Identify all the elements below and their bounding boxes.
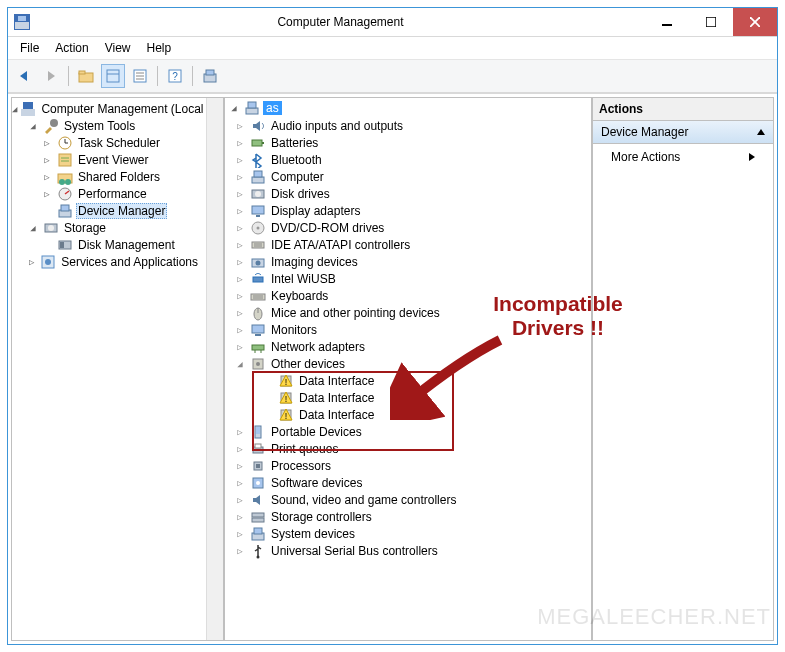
collapse-icon[interactable]: ◢ <box>233 359 247 369</box>
collapse-icon[interactable]: ◢ <box>12 104 17 114</box>
help-button[interactable]: ? <box>163 64 187 88</box>
tree-device-manager[interactable]: Device Manager <box>12 202 206 219</box>
collapse-icon[interactable]: ◢ <box>26 223 40 233</box>
menu-view[interactable]: View <box>97 39 139 57</box>
device-category[interactable]: ▷Bluetooth <box>225 151 591 168</box>
expand-icon[interactable]: ▷ <box>233 223 247 233</box>
expand-icon[interactable]: ▷ <box>233 155 247 165</box>
expand-icon[interactable]: ▷ <box>233 172 247 182</box>
expand-icon[interactable]: ▷ <box>233 257 247 267</box>
device-label: Print queues <box>269 442 340 456</box>
device-item-warning[interactable]: !Data Interface <box>225 406 591 423</box>
details-button[interactable] <box>128 64 152 88</box>
scan-button[interactable] <box>198 64 222 88</box>
svg-rect-58 <box>253 277 263 282</box>
tree-shared-folders[interactable]: ▷ Shared Folders <box>12 168 206 185</box>
expand-icon[interactable]: ▷ <box>233 121 247 131</box>
expand-icon[interactable]: ▷ <box>233 461 247 471</box>
tree-performance[interactable]: ▷ Performance <box>12 185 206 202</box>
folder-up-button[interactable] <box>74 64 98 88</box>
mgmt-tree[interactable]: ◢ Computer Management (Local ◢ System To… <box>12 98 206 640</box>
device-category[interactable]: ▷Portable Devices <box>225 423 591 440</box>
expand-icon[interactable]: ▷ <box>40 172 54 182</box>
menu-file[interactable]: File <box>12 39 47 57</box>
expand-icon[interactable]: ▷ <box>233 138 247 148</box>
device-tree-root[interactable]: ◢ as <box>225 99 591 117</box>
device-category[interactable]: ▷Storage controllers <box>225 508 591 525</box>
device-category[interactable]: ▷Imaging devices <box>225 253 591 270</box>
device-category[interactable]: ▷Keyboards <box>225 287 591 304</box>
expand-icon[interactable]: ▷ <box>233 512 247 522</box>
device-tree[interactable]: ◢ as ▷Audio inputs and outputs▷Batteries… <box>225 98 591 640</box>
device-category[interactable]: ▷Audio inputs and outputs <box>225 117 591 134</box>
expand-icon[interactable]: ▷ <box>233 325 247 335</box>
actions-section[interactable]: Device Manager <box>593 121 773 144</box>
collapse-icon[interactable]: ◢ <box>227 103 241 113</box>
expand-icon[interactable]: ▷ <box>233 427 247 437</box>
device-category[interactable]: ▷IDE ATA/ATAPI controllers <box>225 236 591 253</box>
titlebar[interactable]: Computer Management <box>8 8 777 37</box>
svg-rect-9 <box>107 70 119 82</box>
menu-action[interactable]: Action <box>47 39 96 57</box>
expand-icon[interactable]: ▷ <box>233 529 247 539</box>
device-category[interactable]: ▷Universal Serial Bus controllers <box>225 542 591 559</box>
device-category[interactable]: ▷Network adapters <box>225 338 591 355</box>
menu-help[interactable]: Help <box>139 39 180 57</box>
device-category[interactable]: ▷DVD/CD-ROM drives <box>225 219 591 236</box>
expand-icon[interactable]: ▷ <box>233 206 247 216</box>
tree-task-scheduler[interactable]: ▷ Task Scheduler <box>12 134 206 151</box>
tree-storage[interactable]: ◢ Storage <box>12 219 206 236</box>
scrollbar[interactable] <box>206 98 223 640</box>
expand-icon[interactable]: ▷ <box>40 138 54 148</box>
expand-icon[interactable]: ▷ <box>233 308 247 318</box>
device-category[interactable]: ▷Mice and other pointing devices <box>225 304 591 321</box>
device-category[interactable]: ▷Sound, video and game controllers <box>225 491 591 508</box>
device-item-warning[interactable]: !Data Interface <box>225 372 591 389</box>
minimize-button[interactable] <box>645 8 689 36</box>
expand-icon[interactable]: ▷ <box>233 546 247 556</box>
device-category[interactable]: ▷System devices <box>225 525 591 542</box>
maximize-button[interactable] <box>689 8 733 36</box>
expand-icon[interactable]: ▷ <box>40 189 54 199</box>
device-category[interactable]: ▷Intel WiUSB <box>225 270 591 287</box>
expand-icon[interactable]: ▷ <box>40 155 54 165</box>
event-icon <box>57 152 73 168</box>
tree-root[interactable]: ◢ Computer Management (Local <box>12 100 206 117</box>
device-category[interactable]: ▷Processors <box>225 457 591 474</box>
expand-icon[interactable]: ▷ <box>233 240 247 250</box>
device-category[interactable]: ▷Batteries <box>225 134 591 151</box>
expand-icon[interactable]: ▷ <box>26 257 37 267</box>
actions-item-more[interactable]: More Actions <box>593 144 773 170</box>
back-button[interactable] <box>12 64 36 88</box>
properties-button[interactable] <box>101 64 125 88</box>
portable-icon <box>250 424 266 440</box>
tree-disk-management[interactable]: Disk Management <box>12 236 206 253</box>
close-button[interactable] <box>733 8 777 36</box>
collapse-icon[interactable]: ◢ <box>26 121 40 131</box>
forward-button[interactable] <box>39 64 63 88</box>
software-icon <box>250 475 266 491</box>
device-item-warning[interactable]: !Data Interface <box>225 389 591 406</box>
expand-icon[interactable]: ▷ <box>233 495 247 505</box>
device-label: DVD/CD-ROM drives <box>269 221 386 235</box>
device-category[interactable]: ▷Disk drives <box>225 185 591 202</box>
tree-event-viewer[interactable]: ▷ Event Viewer <box>12 151 206 168</box>
expand-icon[interactable]: ▷ <box>233 342 247 352</box>
device-category[interactable]: ▷Computer <box>225 168 591 185</box>
device-category[interactable]: ◢Other devices <box>225 355 591 372</box>
svg-point-48 <box>255 191 261 197</box>
collapse-icon[interactable] <box>757 129 765 135</box>
wiusb-icon <box>250 271 266 287</box>
device-category[interactable]: ▷Print queues <box>225 440 591 457</box>
expand-icon[interactable]: ▷ <box>233 478 247 488</box>
tree-services-apps[interactable]: ▷ Services and Applications <box>12 253 206 270</box>
expand-icon[interactable]: ▷ <box>233 189 247 199</box>
expand-icon[interactable]: ▷ <box>233 444 247 454</box>
device-category[interactable]: ▷Software devices <box>225 474 591 491</box>
tree-systemtools[interactable]: ◢ System Tools <box>12 117 206 134</box>
device-category[interactable]: ▷Monitors <box>225 321 591 338</box>
device-category[interactable]: ▷Display adapters <box>225 202 591 219</box>
expand-icon[interactable]: ▷ <box>233 274 247 284</box>
expand-icon[interactable]: ▷ <box>233 291 247 301</box>
device-manager-icon <box>57 203 73 219</box>
